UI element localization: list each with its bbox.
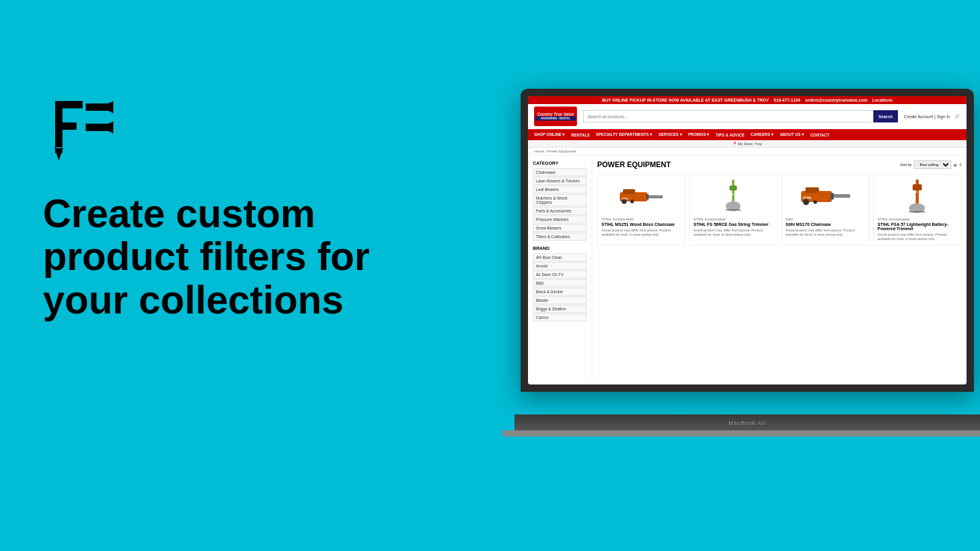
product-grid: STIHL STIHL Incorporated STIHL MS251 Woo… bbox=[597, 174, 962, 246]
product-card-3[interactable]: STIHL Stihl Stihl MS170 Chainsaw Actual … bbox=[782, 174, 870, 246]
svg-rect-24 bbox=[831, 193, 834, 200]
svg-text:STIHL: STIHL bbox=[911, 190, 918, 193]
category-item[interactable]: Tillers & Cultivators bbox=[533, 233, 587, 241]
svg-point-25 bbox=[803, 199, 809, 205]
products-area: POWER EQUIPMENT Sort by Best selling ⊞ ≡ bbox=[592, 156, 967, 384]
website-content: BUY ONLINE PICKUP IN-STORE NOW AVAILABLE… bbox=[528, 96, 967, 384]
search-button[interactable]: Search bbox=[873, 110, 897, 122]
nav-about[interactable]: ABOUT US ▾ bbox=[780, 132, 804, 137]
product-image-1: STIHL bbox=[601, 178, 681, 215]
products-header: POWER EQUIPMENT Sort by Best selling ⊞ ≡ bbox=[597, 160, 962, 169]
laptop-screen: BUY ONLINE PICKUP IN-STORE NOW AVAILABLE… bbox=[528, 96, 967, 384]
nav-promos[interactable]: PROMOS ▾ bbox=[688, 132, 710, 137]
svg-rect-2 bbox=[55, 122, 77, 130]
phone-number: 518-477-1104 bbox=[774, 98, 801, 102]
brand-item[interactable]: Briggs & Stratton bbox=[533, 305, 587, 313]
headline: Create custom product filters for your c… bbox=[43, 192, 441, 321]
nav-careers[interactable]: CAREERS ▾ bbox=[751, 132, 774, 137]
category-item[interactable]: Leaf Blowers bbox=[533, 186, 587, 193]
nav-tips[interactable]: TIPS & ADVICE bbox=[715, 133, 744, 137]
product-brand-3: Stihl bbox=[786, 217, 865, 221]
brand-item[interactable]: Black & Decker bbox=[533, 288, 587, 296]
svg-text:STIHL: STIHL bbox=[727, 193, 734, 196]
svg-rect-11 bbox=[647, 195, 663, 198]
brand-item[interactable]: Arnold bbox=[533, 262, 587, 270]
list-view-icon[interactable]: ≡ bbox=[959, 163, 962, 167]
product-card-2[interactable]: STIHL STIHL Incorporated STIHL FS 56RCE … bbox=[689, 174, 777, 246]
brand-list: AR Blue CleanArnoldAs Seen On TVB&KBlack… bbox=[533, 253, 587, 321]
svg-rect-6 bbox=[86, 124, 113, 131]
brand-item[interactable]: Blaster bbox=[533, 296, 587, 304]
category-item[interactable]: Pressure Washers bbox=[533, 216, 587, 223]
nav-rentals[interactable]: RENTALS bbox=[571, 133, 589, 137]
grid-view-icon[interactable]: ⊞ bbox=[954, 163, 957, 167]
product-image-3: STIHL bbox=[786, 178, 865, 215]
svg-marker-8 bbox=[55, 148, 63, 160]
svg-rect-12 bbox=[646, 194, 649, 200]
brand-item[interactable]: AR Blue Clean bbox=[533, 253, 587, 261]
svg-text:STIHL: STIHL bbox=[803, 196, 812, 200]
product-desc-3: Actual product may differ from picture. … bbox=[786, 228, 865, 237]
nav-services[interactable]: SERVICES ▾ bbox=[658, 132, 682, 137]
sort-controls: Sort by Best selling ⊞ ≡ bbox=[900, 160, 962, 169]
category-item[interactable]: Snow Blowers bbox=[533, 224, 587, 232]
email-address: orders@countrytruevalue.com bbox=[805, 98, 867, 102]
category-item[interactable]: Chainsaws bbox=[533, 168, 587, 176]
sort-select[interactable]: Best selling bbox=[914, 160, 951, 169]
brand-item[interactable]: Camco bbox=[533, 313, 587, 321]
product-desc-4: Actual product may differ from picture. … bbox=[878, 233, 957, 241]
product-desc-2: Actual product may differ from picture. … bbox=[693, 228, 773, 237]
nav-specialty[interactable]: SPECIALTY DEPARTMENTS ▾ bbox=[596, 132, 652, 137]
product-image-2: STIHL bbox=[693, 178, 773, 215]
product-card-4[interactable]: STIHL STIHL Incorporated STIHL FSA 57 Li… bbox=[873, 174, 962, 246]
svg-rect-31 bbox=[913, 184, 922, 190]
filter-logo-icon bbox=[43, 92, 123, 171]
site-logo[interactable]: Country True Value HARDWARE • RENTAL bbox=[534, 107, 577, 126]
nav-contact[interactable]: CONTACT bbox=[810, 133, 829, 137]
category-list: ChainsawsLawn Mowers & TractorsLeaf Blow… bbox=[533, 168, 587, 241]
product-brand-2: STIHL Incorporated bbox=[693, 217, 773, 221]
site-header: Country True Value HARDWARE • RENTAL Sea… bbox=[528, 104, 967, 129]
logo-top-text: Country True Value bbox=[537, 112, 574, 116]
left-section: Create custom product filters for your c… bbox=[43, 92, 441, 321]
laptop-container: BUY ONLINE PICKUP IN-STORE NOW AVAILABLE… bbox=[514, 89, 980, 432]
breadcrumb-current: Power Equipment bbox=[547, 149, 576, 153]
breadcrumb-home[interactable]: Home bbox=[534, 149, 544, 153]
category-item[interactable]: Lawn Mowers & Tractors bbox=[533, 177, 587, 185]
product-desc-1: Actual product may differ from picture. … bbox=[601, 228, 681, 237]
cart-icon[interactable]: 🛒 bbox=[955, 114, 960, 119]
category-item[interactable]: Parts & Accessories bbox=[533, 207, 587, 215]
product-name-2: STIHL FS 56RCE Gas String Trimmer bbox=[693, 222, 773, 227]
product-name-4: STIHL FSA 57 Lightweight Battery-Powered… bbox=[878, 222, 957, 231]
product-card-1[interactable]: STIHL STIHL Incorporated STIHL MS251 Woo… bbox=[597, 174, 685, 246]
category-item[interactable]: Mulchers & Wood Chippers bbox=[533, 194, 587, 206]
search-bar: Search bbox=[583, 110, 898, 122]
laptop-base-bottom bbox=[502, 430, 980, 437]
sidebar: CATEGORY ChainsawsLawn Mowers & Tractors… bbox=[528, 156, 592, 384]
account-link[interactable]: Create Account | Sign In bbox=[904, 114, 950, 119]
products-title: POWER EQUIPMENT bbox=[597, 160, 671, 169]
product-name-3: Stihl MS170 Chainsaw bbox=[786, 222, 865, 227]
category-section-title: CATEGORY bbox=[533, 160, 587, 166]
product-brand-1: STIHL Incorporated bbox=[601, 217, 681, 221]
nav-shop-online[interactable]: SHOP ONLINE ▾ bbox=[534, 132, 565, 137]
logo-bottom-bar: HARDWARE • RENTAL bbox=[535, 116, 576, 121]
svg-rect-15 bbox=[623, 189, 635, 194]
brand-item[interactable]: As Seen On TV bbox=[533, 271, 587, 279]
header-right: Create Account | Sign In 🛒 bbox=[904, 114, 960, 119]
locations-link[interactable]: Locations bbox=[872, 98, 892, 102]
laptop-body: BUY ONLINE PICKUP IN-STORE NOW AVAILABLE… bbox=[521, 89, 974, 392]
svg-rect-23 bbox=[832, 194, 850, 198]
search-input[interactable] bbox=[583, 110, 873, 122]
my-store-bar: 📍 My Store: Troy bbox=[528, 140, 967, 148]
svg-rect-17 bbox=[732, 179, 734, 204]
svg-rect-4 bbox=[86, 103, 113, 111]
brand-section: BRAND AR Blue CleanArnoldAs Seen On TVB&… bbox=[533, 246, 587, 321]
product-image-4: STIHL bbox=[878, 178, 957, 215]
svg-rect-27 bbox=[805, 187, 819, 193]
svg-rect-19 bbox=[729, 186, 737, 190]
breadcrumb: Home › Power Equipment bbox=[528, 148, 967, 156]
product-name-1: STIHL MS251 Wood Boss Chainsaw bbox=[601, 222, 681, 227]
brand-item[interactable]: B&K bbox=[533, 279, 587, 287]
main-content: CATEGORY ChainsawsLawn Mowers & Tractors… bbox=[528, 156, 967, 384]
